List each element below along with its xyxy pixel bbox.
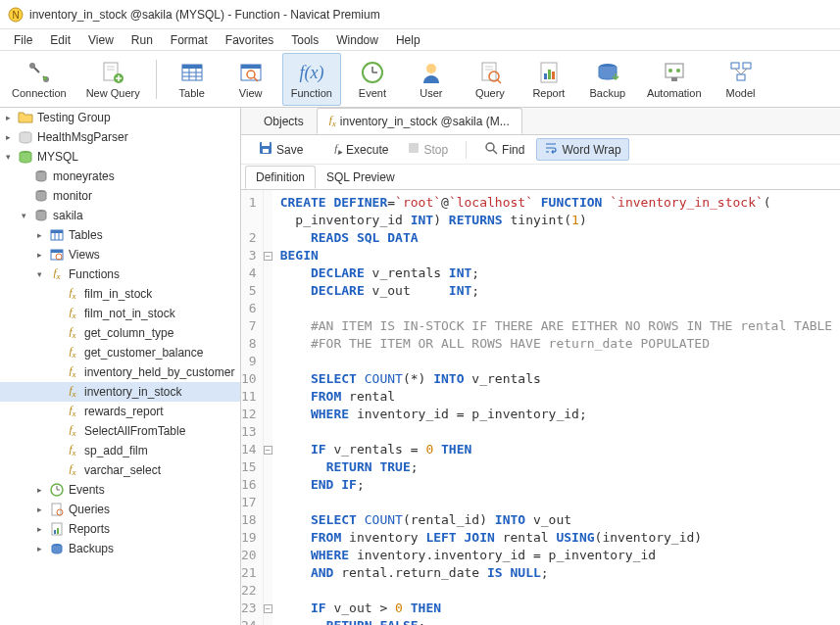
- expand-arrow[interactable]: [49, 464, 61, 476]
- code-content[interactable]: CREATE DEFINER=`root`@`localhost` FUNCTI…: [272, 190, 840, 625]
- menu-help[interactable]: Help: [388, 31, 428, 49]
- code-line[interactable]: FROM inventory LEFT JOIN rental USING(in…: [280, 529, 833, 547]
- connection-tree[interactable]: ▸Testing Group▸HealthMsgParser▾MYSQLmone…: [0, 108, 241, 625]
- model-button[interactable]: Model: [714, 53, 768, 106]
- stop-button[interactable]: Stop: [400, 139, 456, 160]
- code-line[interactable]: [280, 353, 833, 370]
- expand-arrow[interactable]: [49, 288, 61, 300]
- fold-gutter[interactable]: −−−: [264, 190, 272, 625]
- tab-sql-preview[interactable]: SQL Preview: [316, 166, 406, 189]
- tree-item-rewards-report[interactable]: fxrewards_report: [0, 402, 240, 421]
- tree-item-functions[interactable]: ▾fxFunctions: [0, 264, 240, 284]
- tree-item-healthmsgparser[interactable]: ▸HealthMsgParser: [0, 127, 240, 147]
- code-line[interactable]: [280, 423, 833, 441]
- menu-favorites[interactable]: Favorites: [218, 31, 281, 49]
- code-line[interactable]: DECLARE v_out INT;: [280, 282, 833, 300]
- expand-arrow[interactable]: [18, 170, 29, 182]
- expand-arrow[interactable]: [49, 366, 61, 378]
- code-line[interactable]: FROM rental: [280, 388, 833, 406]
- user-button[interactable]: User: [404, 53, 459, 106]
- menu-edit[interactable]: Edit: [42, 31, 78, 49]
- code-line[interactable]: IF v_out > 0 THEN: [280, 600, 833, 617]
- expand-arrow[interactable]: [49, 308, 61, 319]
- code-line[interactable]: #AN ITEM IS IN-STOCK IF THERE ARE EITHER…: [280, 317, 833, 335]
- tree-item-sp-add-film[interactable]: fxsp_add_film: [0, 441, 240, 460]
- tree-item-views[interactable]: ▸Views: [0, 245, 240, 264]
- code-line[interactable]: DECLARE v_rentals INT;: [280, 264, 833, 282]
- code-line[interactable]: #FOR THE ITEM OR ALL ROWS HAVE return_da…: [280, 335, 833, 353]
- fold-toggle[interactable]: −: [264, 604, 272, 613]
- tree-item-queries[interactable]: ▸Queries: [0, 500, 240, 519]
- query-button[interactable]: Query: [463, 53, 518, 106]
- tree-item-film-in-stock[interactable]: fxfilm_in_stock: [0, 284, 240, 304]
- code-line[interactable]: IF v_rentals = 0 THEN: [280, 441, 833, 458]
- table-button[interactable]: Table: [165, 53, 220, 106]
- code-line[interactable]: AND rental.return_date IS NULL;: [280, 564, 833, 582]
- expand-arrow[interactable]: ▸: [33, 504, 45, 515]
- expand-arrow[interactable]: ▾: [2, 151, 14, 163]
- menu-tools[interactable]: Tools: [283, 31, 326, 49]
- tree-item-inventory-held-by-customer[interactable]: fxinventory_held_by_customer: [0, 362, 240, 382]
- tree-item-inventory-in-stock[interactable]: fxinventory_in_stock: [0, 382, 240, 402]
- tree-item-reports[interactable]: ▸Reports: [0, 519, 240, 539]
- code-line[interactable]: SELECT COUNT(rental_id) INTO v_out: [280, 511, 833, 529]
- expand-arrow[interactable]: [49, 347, 61, 359]
- newquery-button[interactable]: New Query: [78, 53, 148, 106]
- fold-toggle[interactable]: −: [264, 252, 272, 261]
- report-button[interactable]: Report: [521, 53, 576, 106]
- expand-arrow[interactable]: ▾: [33, 268, 45, 280]
- code-line[interactable]: READS SQL DATA: [280, 229, 833, 247]
- fold-toggle[interactable]: −: [264, 446, 272, 455]
- expand-arrow[interactable]: [49, 425, 61, 437]
- tree-item-film-not-in-stock[interactable]: fxfilm_not_in_stock: [0, 304, 240, 323]
- execute-button[interactable]: f▸ Execute: [326, 139, 396, 160]
- code-line[interactable]: WHERE inventory.inventory_id = p_invento…: [280, 547, 833, 564]
- expand-arrow[interactable]: ▸: [33, 249, 45, 261]
- tree-item-backups[interactable]: ▸Backups: [0, 539, 240, 558]
- code-line[interactable]: [280, 582, 833, 600]
- code-line[interactable]: [280, 300, 833, 317]
- tree-item-monitor[interactable]: monitor: [0, 186, 240, 206]
- code-line[interactable]: WHERE inventory_id = p_inventory_id;: [280, 406, 833, 423]
- tree-item-sakila[interactable]: ▾sakila: [0, 206, 240, 225]
- menu-view[interactable]: View: [80, 31, 122, 49]
- menu-file[interactable]: File: [6, 31, 40, 49]
- code-editor[interactable]: 1234567891011121314151617181920212223242…: [241, 190, 840, 625]
- menu-format[interactable]: Format: [163, 31, 216, 49]
- tree-item-tables[interactable]: ▸Tables: [0, 225, 240, 245]
- tree-item-mysql[interactable]: ▾MYSQL: [0, 147, 240, 167]
- expand-arrow[interactable]: ▸: [33, 523, 45, 535]
- expand-arrow[interactable]: ▸: [33, 543, 45, 554]
- function-button[interactable]: f(x)Function: [282, 53, 341, 106]
- expand-arrow[interactable]: [49, 386, 61, 398]
- menu-window[interactable]: Window: [328, 31, 386, 49]
- code-line[interactable]: END IF;: [280, 476, 833, 494]
- tree-item-varchar-select[interactable]: fxvarchar_select: [0, 460, 240, 480]
- view-button[interactable]: View: [223, 53, 278, 106]
- expand-arrow[interactable]: [49, 327, 61, 339]
- connection-button[interactable]: Connection: [4, 53, 74, 106]
- code-line[interactable]: p_inventory_id INT) RETURNS tinyint(1): [280, 212, 833, 229]
- tab-definition[interactable]: Definition: [245, 166, 316, 189]
- expand-arrow[interactable]: ▾: [18, 210, 29, 221]
- tree-item-get-customer-balance[interactable]: fxget_customer_balance: [0, 343, 240, 362]
- expand-arrow[interactable]: ▸: [2, 131, 14, 143]
- code-line[interactable]: [280, 494, 833, 511]
- word-wrap-button[interactable]: Word Wrap: [536, 138, 628, 161]
- code-line[interactable]: RETURN FALSE;: [280, 617, 833, 625]
- automation-button[interactable]: Automation: [639, 53, 710, 106]
- tree-item-moneyrates[interactable]: moneyrates: [0, 167, 240, 186]
- expand-arrow[interactable]: [18, 190, 29, 202]
- expand-arrow[interactable]: ▸: [33, 484, 45, 496]
- expand-arrow[interactable]: [49, 445, 61, 457]
- menu-run[interactable]: Run: [124, 31, 161, 49]
- expand-arrow[interactable]: [49, 406, 61, 417]
- expand-arrow[interactable]: ▸: [33, 229, 45, 241]
- event-button[interactable]: Event: [345, 53, 400, 106]
- code-line[interactable]: SELECT COUNT(*) INTO v_rentals: [280, 370, 833, 388]
- tree-item-testing-group[interactable]: ▸Testing Group: [0, 108, 240, 127]
- tree-item-events[interactable]: ▸Events: [0, 480, 240, 500]
- tree-item-selectallfromtable[interactable]: fxSelectAllFromTable: [0, 421, 240, 441]
- save-button[interactable]: Save: [251, 138, 311, 161]
- find-button[interactable]: Find: [476, 138, 532, 161]
